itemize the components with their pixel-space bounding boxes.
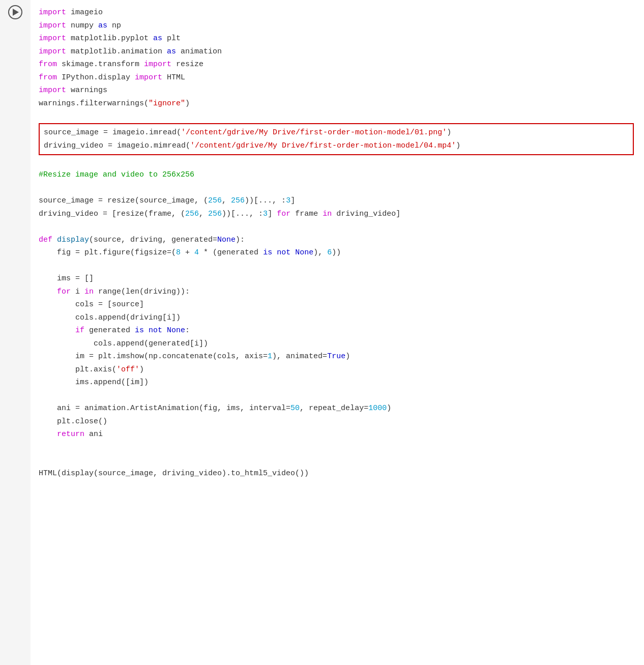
code-line <box>39 259 634 273</box>
code-line: im = plt.imshow(np.concatenate(cols, axi… <box>39 350 634 363</box>
code-line: plt.axis('off') <box>39 363 634 377</box>
highlighted-line: driving_video = imageio.mimread('/conten… <box>44 139 629 153</box>
code-line: warnings.filterwarnings("ignore") <box>39 97 634 110</box>
code-line: import imageio <box>39 6 634 19</box>
code-line: ani = animation.ArtistAnimation(fig, ims… <box>39 402 634 415</box>
code-line <box>39 220 634 234</box>
code-line: from skimage.transform import resize <box>39 58 634 71</box>
code-line: cols.append(driving[i]) <box>39 311 634 325</box>
code-line: from IPython.display import HTML <box>39 71 634 84</box>
code-line <box>39 389 634 402</box>
notebook-cell: import imageioimport numpy as npimport m… <box>0 0 644 665</box>
code-line: driving_video = [resize(frame, (256, 256… <box>39 208 634 221</box>
code-line: fig = plt.figure(figsize=(8 + 4 * (gener… <box>39 246 634 259</box>
code-line: cols = [source] <box>39 298 634 311</box>
code-line: #Resize image and video to 256x256 <box>39 168 634 182</box>
cell-gutter <box>0 0 31 665</box>
run-button[interactable] <box>8 5 22 19</box>
code-lines-top: import imageioimport numpy as npimport m… <box>39 6 634 110</box>
code-line: def display(source, driving, generated=N… <box>39 234 634 247</box>
code-line: HTML(display(source_image, driving_video… <box>39 467 634 480</box>
code-line: return ani <box>39 428 634 441</box>
highlighted-box: source_image = imageio.imread('/content/… <box>39 123 634 155</box>
cell-content: import imageioimport numpy as npimport m… <box>31 0 644 665</box>
code-line: ims = [] <box>39 272 634 285</box>
code-line: import warnings <box>39 84 634 97</box>
code-line: import matplotlib.animation as animation <box>39 45 634 59</box>
code-line: for i in range(len(driving)): <box>39 285 634 299</box>
highlighted-line: source_image = imageio.imread('/content/… <box>44 126 629 139</box>
code-line: import matplotlib.pyplot as plt <box>39 32 634 45</box>
code-line: ims.append([im]) <box>39 376 634 389</box>
code-line <box>39 441 634 454</box>
code-line: import numpy as np <box>39 19 634 33</box>
code-line <box>39 454 634 467</box>
code-line: if generated is not None: <box>39 324 634 337</box>
code-line <box>39 182 634 195</box>
highlighted-code-block: source_image = imageio.imread('/content/… <box>44 126 629 152</box>
code-line: cols.append(generated[i]) <box>39 337 634 351</box>
code-line: plt.close() <box>39 415 634 428</box>
code-lines-bottom: #Resize image and video to 256x256 sourc… <box>39 168 634 480</box>
code-line: source_image = resize(source_image, (256… <box>39 194 634 208</box>
